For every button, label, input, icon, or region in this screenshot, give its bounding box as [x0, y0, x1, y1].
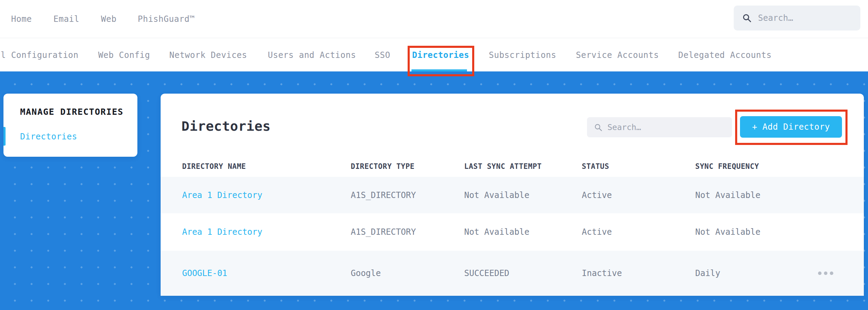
last-sync-cell: Not Available — [464, 227, 582, 237]
tab-email-configuration[interactable]: l Configuration — [1, 38, 78, 71]
sync-frequency-cell: Daily — [695, 268, 818, 278]
tab-network-devices[interactable]: Network Devices — [169, 38, 247, 71]
last-sync-cell: SUCCEEDED — [464, 268, 582, 278]
last-sync-cell: Not Available — [464, 190, 582, 200]
table-row: Area 1 Directory A1S_DIRECTORY Not Avail… — [161, 213, 864, 251]
status-cell: Active — [582, 227, 695, 237]
column-header-last-sync-attempt: LAST SYNC ATTEMPT — [464, 162, 582, 171]
ellipsis-menu-icon[interactable] — [818, 272, 838, 275]
status-cell: Inactive — [582, 268, 695, 278]
search-icon — [594, 123, 603, 132]
active-tab-underline — [411, 69, 467, 71]
global-search-input[interactable] — [758, 13, 852, 23]
add-directory-button[interactable]: + Add Directory — [740, 116, 842, 138]
tab-web-config[interactable]: Web Config — [98, 38, 150, 71]
nav-item-home[interactable]: Home — [11, 0, 32, 38]
directory-name-link[interactable]: GOOGLE-01 — [182, 268, 351, 278]
tab-sso[interactable]: SSO — [375, 38, 390, 71]
nav-item-phishguard[interactable]: PhishGuard™ — [138, 0, 195, 38]
directory-type-cell: A1S_DIRECTORY — [351, 227, 464, 237]
sync-frequency-cell: Not Available — [695, 227, 818, 237]
sidebar-active-indicator — [3, 127, 6, 146]
manage-directories-card: MANAGE DIRECTORIES Directories — [3, 94, 137, 157]
nav-item-email[interactable]: Email — [53, 0, 79, 38]
page-title: Directories — [181, 119, 271, 134]
sub-nav: l Configuration Web Config Network Devic… — [0, 38, 868, 71]
directory-name-link[interactable]: Area 1 Directory — [182, 227, 351, 237]
tab-service-accounts[interactable]: Service Accounts — [576, 38, 659, 71]
search-icon — [742, 13, 752, 23]
sidebar-item-directories[interactable]: Directories — [20, 132, 77, 141]
column-header-status: STATUS — [582, 162, 695, 171]
directory-type-cell: Google — [351, 268, 464, 278]
directories-search-box[interactable] — [587, 117, 732, 137]
status-cell: Active — [582, 190, 695, 200]
tab-delegated-accounts[interactable]: Delegated Accounts — [678, 38, 772, 71]
table-row: GOOGLE-01 Google SUCCEEDED Inactive Dail… — [161, 251, 864, 296]
tab-subscriptions[interactable]: Subscriptions — [489, 38, 556, 71]
nav-item-web[interactable]: Web — [101, 0, 117, 38]
tab-directories[interactable]: Directories — [412, 38, 469, 71]
column-header-sync-frequency: SYNC FREQUENCY — [695, 162, 818, 171]
tab-users-and-actions[interactable]: Users and Actions — [268, 38, 356, 71]
directories-search-input[interactable] — [607, 123, 725, 132]
sync-frequency-cell: Not Available — [695, 190, 818, 200]
directories-panel: Directories + Add Directory DIRECTORY NA… — [161, 94, 864, 296]
global-search-box[interactable] — [734, 6, 860, 31]
directory-name-link[interactable]: Area 1 Directory — [182, 190, 351, 200]
sidebar-title: MANAGE DIRECTORIES — [20, 107, 124, 117]
directory-type-cell: A1S_DIRECTORY — [351, 190, 464, 200]
app-root: Home Email Web PhishGuard™ l Configurati… — [0, 0, 868, 310]
column-header-directory-type: DIRECTORY TYPE — [351, 162, 464, 171]
top-nav: Home Email Web PhishGuard™ — [0, 0, 868, 38]
table-header-row: DIRECTORY NAME DIRECTORY TYPE LAST SYNC … — [161, 154, 864, 179]
table-row: Area 1 Directory A1S_DIRECTORY Not Avail… — [161, 177, 864, 213]
column-header-directory-name: DIRECTORY NAME — [182, 162, 351, 171]
